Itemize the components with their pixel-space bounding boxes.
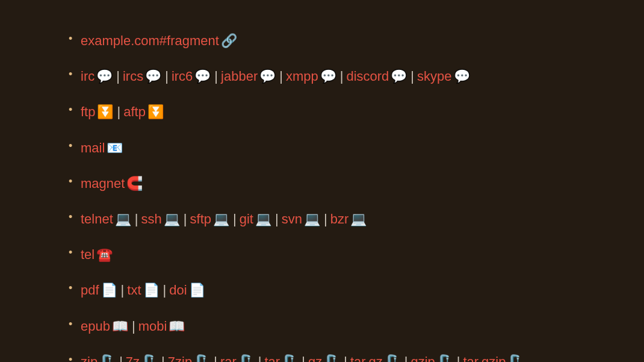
link-targz[interactable]: tar.gz bbox=[350, 354, 383, 362]
link-svn-label: svn bbox=[282, 211, 302, 226]
link-ftp[interactable]: ftp bbox=[81, 104, 95, 119]
link-txt[interactable]: txt bbox=[127, 282, 141, 298]
list-item: telnet💻|ssh💻|sftp💻|git💻|svn💻|bzr💻 bbox=[60, 208, 644, 229]
separator: | bbox=[163, 282, 167, 298]
link-tar-label: tar bbox=[265, 354, 280, 362]
link-mobi-label: mobi bbox=[138, 319, 167, 334]
separator: | bbox=[410, 69, 414, 84]
list-item: example.com#fragment🔗 bbox=[60, 30, 644, 51]
link-7z[interactable]: 7z bbox=[126, 354, 140, 362]
link-gzip[interactable]: gzip bbox=[410, 354, 435, 362]
link-svn-icon: 💻 bbox=[304, 211, 320, 226]
list-item: ftp⏬|aftp⏬ bbox=[60, 101, 644, 122]
link-tel[interactable]: tel bbox=[81, 247, 94, 262]
link-xmpp[interactable]: xmpp bbox=[286, 69, 318, 84]
link-irc-label: irc bbox=[81, 69, 94, 84]
link-git[interactable]: git bbox=[240, 211, 253, 226]
link-telnet[interactable]: telnet bbox=[81, 211, 113, 226]
link-jabber[interactable]: jabber bbox=[221, 69, 258, 84]
link-categories-list: example.com#fragment🔗irc💬|ircs💬|irc6💬|ja… bbox=[60, 30, 644, 362]
link-xmpp-icon: 💬 bbox=[320, 69, 336, 84]
separator: | bbox=[279, 69, 283, 84]
link-mail[interactable]: mail bbox=[81, 140, 105, 155]
link-irc[interactable]: irc bbox=[81, 69, 94, 84]
link-epub-label: epub bbox=[81, 319, 110, 334]
link-gz-label: gz bbox=[308, 354, 322, 362]
link-jabber-label: jabber bbox=[221, 69, 258, 84]
link-magnet[interactable]: magnet bbox=[81, 176, 125, 191]
separator: | bbox=[214, 354, 217, 362]
link-txt-icon: 📄 bbox=[143, 282, 159, 298]
link-targzip[interactable]: tar.gzip bbox=[463, 354, 506, 362]
link-ssh[interactable]: ssh bbox=[141, 211, 162, 226]
separator: | bbox=[135, 211, 138, 226]
link-7z-icon: 🗜️ bbox=[141, 354, 158, 362]
link-irc-icon: 💬 bbox=[96, 69, 113, 84]
link-fragment-label: example.com#fragment bbox=[81, 33, 219, 48]
link-bzr[interactable]: bzr bbox=[330, 211, 349, 226]
link-telnet-icon: 💻 bbox=[115, 211, 131, 226]
link-telnet-label: telnet bbox=[81, 211, 113, 226]
link-pdf-label: pdf bbox=[81, 282, 99, 298]
link-targz-icon: 🗜️ bbox=[385, 354, 401, 362]
link-doi[interactable]: doi bbox=[169, 282, 187, 298]
link-doi-label: doi bbox=[169, 282, 187, 298]
separator: | bbox=[132, 319, 135, 334]
link-irc6[interactable]: irc6 bbox=[172, 69, 193, 84]
link-ssh-label: ssh bbox=[141, 211, 162, 226]
separator: | bbox=[117, 104, 120, 119]
link-discord[interactable]: discord bbox=[346, 69, 389, 84]
link-epub[interactable]: epub bbox=[81, 319, 110, 334]
link-sftp[interactable]: sftp bbox=[190, 211, 211, 226]
link-tar-icon: 🗜️ bbox=[282, 354, 298, 362]
link-skype-icon: 💬 bbox=[454, 69, 470, 84]
link-irc6-label: irc6 bbox=[172, 69, 193, 84]
link-sftp-icon: 💻 bbox=[213, 211, 229, 226]
list-item: irc💬|ircs💬|irc6💬|jabber💬|xmpp💬|discord💬|… bbox=[60, 66, 644, 87]
link-rar-icon: 🗜️ bbox=[238, 354, 255, 362]
link-skype[interactable]: skype bbox=[417, 69, 451, 84]
link-7zip[interactable]: 7zip bbox=[168, 354, 192, 362]
link-zip-label: zip bbox=[81, 354, 98, 362]
separator: | bbox=[275, 211, 279, 226]
list-item: magnet🧲 bbox=[60, 173, 644, 194]
link-skype-label: skype bbox=[417, 69, 451, 84]
separator: | bbox=[119, 354, 123, 362]
link-git-label: git bbox=[240, 211, 253, 226]
list-item: tel☎️ bbox=[60, 244, 644, 265]
list-item: zip🗜️|7z🗜️|7zip🗜️|rar🗜️|tar🗜️|gz🗜️|tar.g… bbox=[60, 351, 644, 362]
link-svn[interactable]: svn bbox=[282, 211, 302, 226]
link-7zip-label: 7zip bbox=[168, 354, 192, 362]
link-tar[interactable]: tar bbox=[265, 354, 280, 362]
list-item: epub📖|mobi📖 bbox=[60, 316, 644, 337]
link-git-icon: 💻 bbox=[255, 211, 271, 226]
link-7zip-icon: 🗜️ bbox=[194, 354, 210, 362]
link-aftp[interactable]: aftp bbox=[123, 104, 146, 119]
link-targzip-icon: 🗜️ bbox=[507, 354, 524, 362]
link-tel-icon: ☎️ bbox=[96, 247, 113, 262]
link-rar[interactable]: rar bbox=[220, 354, 237, 362]
link-pdf[interactable]: pdf bbox=[81, 282, 99, 298]
link-ircs-icon: 💬 bbox=[145, 69, 161, 84]
link-discord-icon: 💬 bbox=[391, 69, 407, 84]
link-fragment-icon: 🔗 bbox=[221, 33, 237, 48]
separator: | bbox=[121, 282, 125, 298]
link-zip[interactable]: zip bbox=[81, 354, 98, 362]
link-discord-label: discord bbox=[346, 69, 389, 84]
separator: | bbox=[116, 69, 120, 84]
link-ircs[interactable]: ircs bbox=[123, 69, 143, 84]
link-mobi[interactable]: mobi bbox=[138, 319, 167, 334]
link-fragment[interactable]: example.com#fragment bbox=[81, 33, 219, 48]
link-rar-label: rar bbox=[220, 354, 237, 362]
link-gz[interactable]: gz bbox=[308, 354, 322, 362]
link-bzr-label: bzr bbox=[330, 211, 349, 226]
link-doi-icon: 📄 bbox=[189, 282, 205, 298]
link-mail-icon: 📧 bbox=[107, 140, 123, 155]
separator: | bbox=[233, 211, 237, 226]
list-item: pdf📄|txt📄|doi📄 bbox=[60, 279, 644, 301]
link-ftp-label: ftp bbox=[81, 104, 95, 119]
separator: | bbox=[302, 354, 305, 362]
link-tel-label: tel bbox=[81, 247, 94, 262]
link-aftp-icon: ⏬ bbox=[147, 104, 164, 119]
link-mail-label: mail bbox=[81, 140, 105, 155]
